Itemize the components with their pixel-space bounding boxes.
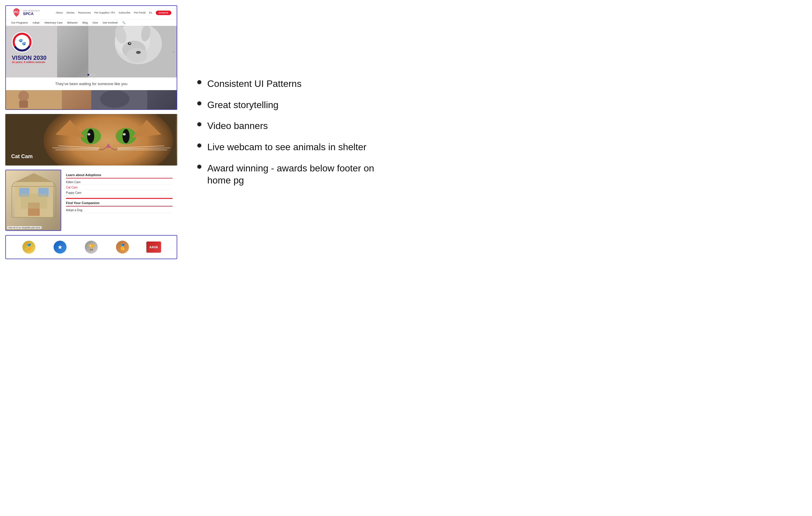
nav-vet-care[interactable]: Veterinary Care: [44, 21, 63, 24]
svg-point-7: [136, 51, 141, 54]
svg-rect-14: [19, 101, 28, 108]
nav-menu-panel: Learn about Adoptions Kitten Cam Cat Cam…: [61, 170, 177, 231]
award-5: AAHA: [146, 240, 161, 255]
hero-next-arrow[interactable]: ›: [173, 50, 174, 54]
nav-section-divider: [66, 198, 173, 199]
learn-adoptions-title: Learn about Adoptions: [66, 173, 173, 178]
nav-programs[interactable]: Our Programs: [11, 21, 28, 24]
award-gold-icon: 🥇: [119, 243, 126, 251]
award-aaha: AAHA: [146, 241, 161, 253]
cat-cam-section: Cat Cam: [5, 114, 177, 166]
nav-adopt-dog[interactable]: Adopt a Dog: [66, 208, 173, 213]
nav-give[interactable]: Give: [92, 21, 98, 24]
nav-resources[interactable]: Resources: [78, 11, 91, 14]
nav-get-involved[interactable]: Get Involved: [103, 21, 118, 24]
spca-logo-icon: SPCA: [11, 7, 22, 18]
award-medal-icon: 🏅: [25, 243, 33, 251]
nav-subscribe[interactable]: Subscribe: [119, 11, 130, 14]
nav-blog[interactable]: Blog: [82, 21, 88, 24]
nav-links-top: About Stories Resources Pet Supplies / R…: [56, 10, 171, 15]
logo-name: SPCA: [23, 12, 40, 16]
find-companion-title: Find Your Companion: [66, 201, 173, 206]
bullet-2: Great storytelling: [197, 99, 391, 111]
nav-adopt[interactable]: Adopt: [33, 21, 40, 24]
right-panel: Consistent UI Patterns Great storytellin…: [182, 0, 406, 264]
nav-stories[interactable]: Stories: [66, 11, 75, 14]
svg-point-6: [126, 48, 147, 63]
thumbnails-row: [6, 90, 177, 109]
hero-dot-2[interactable]: [90, 74, 92, 76]
tagline-text: They've been waiting for someone like yo…: [55, 82, 127, 86]
svg-point-21: [87, 129, 94, 143]
bullet-text-5: Award winning - awards below footer on h…: [207, 162, 391, 187]
bullet-dot-1: [197, 80, 201, 84]
bullet-dot-5: [197, 165, 201, 169]
hero-section: 🐾 VISION 2030 10 years, 5 million animal…: [6, 26, 177, 78]
bullet-text-1: Consistent UI Patterns: [207, 78, 301, 90]
vision-title: VISION 2030: [12, 55, 47, 61]
bullet-5: Award winning - awards below footer on h…: [197, 162, 391, 187]
svg-point-13: [18, 91, 29, 101]
tagline-section: They've been waiting for someone like yo…: [6, 78, 177, 90]
hero-left-content: 🐾 VISION 2030 10 years, 5 million animal…: [12, 32, 47, 64]
sidebar-nav-block: View all of our adoptable pets here! Lea…: [5, 170, 177, 231]
donate-button[interactable]: DONATE: [156, 10, 171, 15]
bullet-3: Video banners: [197, 120, 391, 132]
badge-icon: 🐾: [18, 38, 26, 46]
vision-badge: 🐾: [12, 32, 32, 52]
award-3: 🏆: [84, 240, 98, 255]
left-panel: SPCA SAN FRANCISCO SPCA About Stories Re…: [0, 0, 182, 264]
thumb-1-image: [6, 90, 62, 109]
bullet-1: Consistent UI Patterns: [197, 78, 391, 90]
sidebar-thumbnail: View all of our adoptable pets here!: [5, 170, 61, 231]
sidebar-nav-section: View all of our adoptable pets here! Lea…: [5, 170, 177, 231]
bullet-4: Live webcam to see animals in shelter: [197, 141, 391, 153]
svg-point-22: [122, 129, 129, 143]
logo-container: SPCA SAN FRANCISCO SPCA: [11, 7, 40, 18]
svg-point-24: [123, 133, 126, 136]
cat-cam-label: Cat Cam: [11, 153, 33, 160]
thumb-1: [6, 90, 91, 109]
svg-text:SPCA: SPCA: [12, 10, 21, 14]
cat-cam-block: Cat Cam: [5, 114, 177, 166]
awards-section: 🏅 ★ 🏆 🥇 AAHA: [5, 235, 177, 259]
website-block-1: SPCA SAN FRANCISCO SPCA About Stories Re…: [5, 5, 177, 110]
nav-behavior[interactable]: Behavior: [67, 21, 78, 24]
aerial-view-image: [6, 170, 61, 229]
nav-kitten-cam[interactable]: Kitten Cam: [66, 180, 173, 185]
nav-about[interactable]: About: [56, 11, 63, 14]
vision-sub: 10 years, 5 million animals: [12, 61, 47, 64]
award-1: 🏅: [22, 240, 36, 255]
bullet-dot-4: [197, 143, 201, 148]
svg-point-16: [100, 90, 129, 108]
bullet-dot-3: [197, 122, 201, 126]
svg-point-23: [87, 133, 90, 136]
award-2: ★: [53, 240, 67, 255]
nav-pet-portal[interactable]: Pet Portal: [134, 11, 146, 14]
search-icon[interactable]: 🔍: [122, 21, 125, 24]
hero-dot-3[interactable]: [93, 74, 95, 76]
nav-top: SPCA SAN FRANCISCO SPCA About Stories Re…: [6, 6, 177, 20]
svg-point-18: [44, 114, 173, 166]
award-circle-silver: 🏆: [85, 240, 98, 254]
award-trophy-icon: 🏆: [88, 243, 95, 251]
svg-point-9: [129, 43, 130, 44]
svg-rect-12: [6, 90, 62, 109]
bullet-text-3: Video banners: [207, 120, 268, 132]
award-circle-gold: 🏅: [22, 240, 35, 254]
award-star-icon: ★: [57, 243, 63, 251]
nav-bottom: Our Programs Adopt Veterinary Care Behav…: [6, 20, 177, 26]
hero-dog-image: [88, 26, 177, 78]
nav-lang[interactable]: Es: [149, 11, 152, 14]
nav-puppy-cam[interactable]: Puppy Cam: [66, 190, 173, 196]
nav-pet-supplies[interactable]: Pet Supplies / RX: [94, 11, 115, 14]
hero-dots: [87, 74, 95, 76]
award-4: 🥇: [115, 240, 130, 255]
bullet-text-4: Live webcam to see animals in shelter: [207, 141, 367, 153]
bullet-text-2: Great storytelling: [207, 99, 279, 111]
thumbnail-label: View all of our adoptable pets here!: [7, 226, 41, 229]
nav-cat-cam[interactable]: Cat Cam: [66, 185, 173, 190]
hero-dot-1[interactable]: [87, 74, 89, 76]
hero-background: [57, 26, 177, 78]
award-circle-blue: ★: [54, 240, 66, 254]
